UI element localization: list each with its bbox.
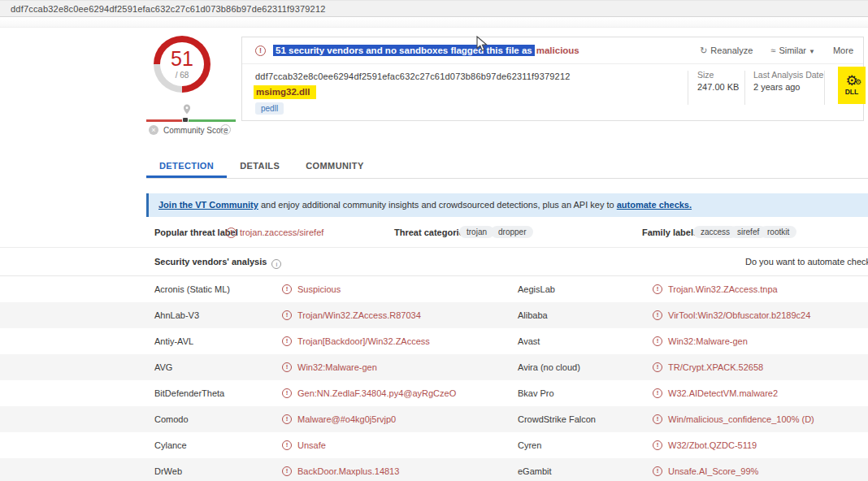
vendor-name: eGambit (518, 466, 653, 476)
join-community-link[interactable]: Join the VT Community (158, 200, 258, 210)
alert-icon: ! (282, 336, 292, 346)
alert-icon: ! (653, 310, 662, 320)
reanalyze-button[interactable]: ↻Reanalyze (700, 46, 753, 56)
vendor-name: Alibaba (518, 310, 653, 320)
vt-community-banner: Join the VT Community and enjoy addition… (146, 193, 868, 217)
alert-icon: ! (282, 388, 292, 398)
vendor-name: Avast (518, 336, 653, 346)
size-value: 247.00 KB (697, 82, 739, 92)
table-row: Comodo !Malware@#o4kg0j5rvjp0 CrowdStrik… (0, 406, 868, 432)
selected-text: 51 security vendors and no sandboxes fla… (273, 45, 535, 56)
alert-icon: ! (282, 440, 292, 450)
detection-result: !Unsafe (282, 440, 518, 450)
file-summary-card: ! 51 security vendors and no sandboxes f… (241, 37, 864, 121)
info-icon[interactable]: i (271, 259, 281, 269)
alert-icon: ! (653, 336, 662, 346)
alert-icon: ! (255, 46, 266, 56)
family-chip-rootkit[interactable]: rootkit (760, 226, 796, 238)
search-bar[interactable]: ddf7ccab32e8c0ee6294df2591efac632c27c61d… (0, 0, 868, 17)
last-analysis-value: 2 years ago (753, 82, 823, 92)
table-row: Antiy-AVL !Trojan[Backdoor]/Win32.ZAcces… (0, 328, 868, 354)
location-pin-icon (181, 103, 193, 116)
detection-result: !Win32:Malware-gen (653, 336, 868, 346)
table-row: AVG !Win32:Malware-gen Avira (no cloud) … (0, 354, 868, 380)
alert-icon: ! (653, 362, 662, 372)
family-labels-label: Family labels (642, 228, 698, 237)
category-chip-dropper[interactable]: dropper (491, 226, 533, 238)
detections-total: / 68 (176, 71, 189, 80)
vendors-table: Acronis (Static ML) !Suspicious AegisLab… (0, 276, 868, 481)
vendor-name: Cylance (154, 440, 282, 450)
more-button[interactable]: More (833, 46, 853, 55)
table-row: BitDefenderTheta !Gen:NN.ZedlaF.34804.py… (0, 380, 868, 406)
virustotal-page: ddf7ccab32e8c0ee6294df2591efac632c27c61d… (0, 0, 868, 481)
automate-checks-prompt[interactable]: Do you want to automate checks (745, 257, 868, 266)
detection-result: !BackDoor.Maxplus.14813 (282, 466, 518, 476)
detections-count: 51 (171, 49, 193, 69)
alert-icon: ! (653, 440, 662, 450)
vendor-name: DrWeb (154, 466, 282, 476)
vendor-name: Avira (no cloud) (518, 362, 653, 372)
detection-result: !Unsafe.AI_Score_99% (653, 466, 868, 476)
alert-icon: ! (282, 414, 292, 424)
vendor-name: AegisLab (518, 284, 653, 294)
community-score-label: Community Score (163, 126, 228, 135)
chevron-down-icon: ▼ (809, 48, 815, 55)
search-input-value[interactable]: ddf7ccab32e8c0ee6294df2591efac632c27c61d… (11, 4, 326, 14)
alert-icon: ! (653, 284, 662, 294)
banner-text: and enjoy additional community insights … (258, 200, 617, 210)
alert-icon: ! (282, 362, 292, 372)
detection-result: !Trojan.Win32.ZAccess.tnpa (653, 284, 868, 294)
vendor-name: CrowdStrike Falcon (518, 414, 653, 424)
detection-result: !W32.AIDetectVM.malware2 (653, 388, 868, 398)
detection-result: !Suspicious (282, 284, 518, 294)
vendors-analysis-header: Security vendors' analysisi Do you want … (0, 248, 868, 276)
file-name[interactable]: msimg32.dll (254, 85, 316, 99)
table-row: Acronis (Static ML) !Suspicious AegisLab… (0, 276, 868, 302)
detection-result: !Win/malicious_confidence_100% (D) (653, 414, 868, 424)
size-label: Size (697, 70, 739, 80)
detection-result: !VirTool:Win32/Obfuscator.b2189c24 (653, 310, 868, 320)
file-hash[interactable]: ddf7ccab32e8c0ee6294df2591efac632c27c61d… (255, 72, 571, 81)
tab-detection[interactable]: DETECTION (146, 156, 227, 178)
alert-icon: ! (226, 228, 237, 238)
divider (744, 71, 745, 105)
page-divider (0, 18, 868, 28)
alert-icon: ! (653, 466, 662, 476)
table-row: Cylance !Unsafe Cyren !W32/Zbot.QZDC-511… (0, 432, 868, 458)
check-circle-icon[interactable]: ✓ (220, 124, 231, 135)
detection-result: !Gen:NN.ZedlaF.34804.py4@ayRgCzeO (282, 388, 518, 398)
tag-pedll[interactable]: pedll (255, 102, 284, 115)
threat-label-row: Popular threat label ! trojan.zaccess/si… (0, 219, 868, 248)
detection-result: !Trojan[Backdoor]/Win32.ZAccess (282, 336, 518, 346)
popular-threat-value[interactable]: trojan.zaccess/sirefef (240, 228, 323, 237)
category-chip-trojan[interactable]: trojan (459, 226, 494, 238)
detection-result: !Win32:Malware-gen (282, 362, 518, 372)
alert-icon: ! (282, 466, 292, 476)
similar-button[interactable]: ≈Similar▼ (770, 46, 815, 55)
detection-result: !Trojan/Win32.ZAccess.R87034 (282, 310, 518, 320)
x-circle-icon[interactable]: × (149, 125, 158, 135)
detection-headline: 51 security vendors and no sandboxes fla… (273, 46, 579, 55)
gear-small-icon: ⚙ (855, 78, 861, 86)
tab-community[interactable]: COMMUNITY (293, 156, 376, 178)
detection-score-gauge: 51 / 68 (154, 36, 210, 93)
vendor-name: Comodo (154, 414, 282, 424)
divider (824, 71, 825, 105)
filetype-label: DLL (845, 88, 859, 96)
tab-details[interactable]: DETAILS (227, 156, 293, 178)
table-row: DrWeb !BackDoor.Maxplus.14813 eGambit !U… (0, 458, 868, 481)
vendors-analysis-title: Security vendors' analysisi (154, 257, 281, 269)
last-analysis-label: Last Analysis Date (753, 70, 823, 80)
tab-bar: DETECTION DETAILS COMMUNITY (146, 156, 868, 179)
mouse-cursor (476, 36, 488, 52)
table-row: AhnLab-V3 !Trojan/Win32.ZAccess.R87034 A… (0, 302, 868, 328)
community-score-bar (146, 119, 236, 122)
detection-result: !Malware@#o4kg0j5rvjp0 (282, 414, 518, 424)
divider (688, 71, 688, 105)
reanalyze-icon: ↻ (700, 46, 707, 55)
vendor-name: Acronis (Static ML) (154, 284, 282, 294)
alert-icon: ! (282, 284, 292, 294)
automate-checks-link[interactable]: automate checks. (617, 200, 692, 210)
dll-file-icon: ⚙ ⚙ DLL (838, 67, 866, 104)
